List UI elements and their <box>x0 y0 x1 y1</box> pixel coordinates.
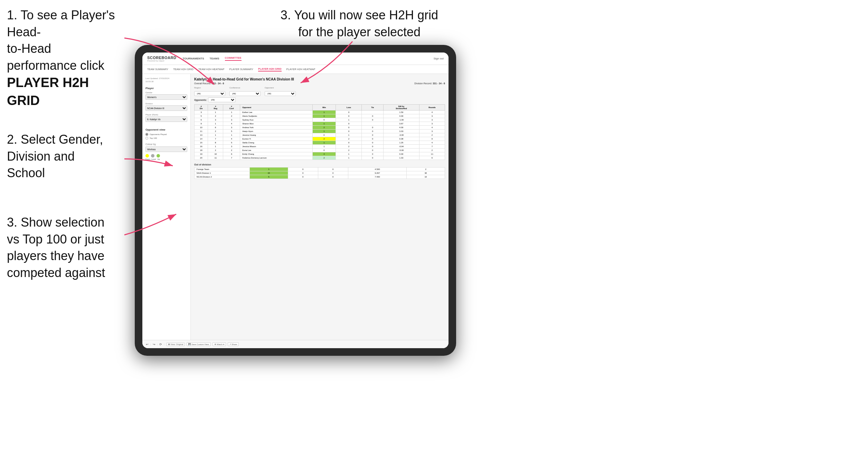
th-conf: #Conf <box>223 105 240 111</box>
gender-dropdown[interactable]: Women's Men's <box>145 94 187 100</box>
division-label: Division <box>145 103 187 105</box>
colour-by-section: Colour by Win/loss Down Level Up <box>145 143 187 160</box>
radio-top100-label: Top 100 <box>150 137 157 139</box>
radio-top100[interactable]: Top 100 <box>145 137 187 140</box>
separator3: | <box>164 343 164 345</box>
sign-out[interactable]: Sign out <box>434 57 444 60</box>
filter-opponent-label: Opponent <box>265 87 296 89</box>
table-row: 6 3 3 Sydney Kuo 0 1 0 -1.00 3 <box>195 118 445 122</box>
tablet-screen: SCOREBOARD Powered by clippd TOURNAMENTS… <box>142 53 449 348</box>
logo-area: SCOREBOARD Powered by clippd <box>147 56 176 62</box>
watch-btn[interactable]: 👁 Watch ▾ <box>213 342 226 346</box>
separator2: | <box>157 343 158 345</box>
content-area: Last Updated: 27/03/202416:55:38 Player … <box>142 74 449 340</box>
table-row: 13 1 1 Jessica Huang 0 1 0 -3.00 2 <box>195 133 445 137</box>
ood-table-row: NCAA Division 2 5 0 0 7.400 10 <box>195 175 445 179</box>
reset-btn[interactable]: ⟳ <box>159 343 162 346</box>
filter-group-region: Region (All) <box>194 87 225 96</box>
view-original-btn[interactable]: 🖥 View: Original <box>166 343 185 346</box>
gender-label: Gender <box>145 92 187 94</box>
table-row: 5 2 2 Alexis Sudjianto 1 0 0 4.00 3 <box>195 114 445 118</box>
instruction-step2: 2. Select Gender, Division and School <box>7 131 117 182</box>
division-dropdown[interactable]: NCAA Division III NCAA Division I NCAA D… <box>145 105 187 111</box>
legend-up-dot <box>157 154 160 158</box>
ood-table: Foreign Team 1 0 0 4.500 2 NAIA Division… <box>194 167 445 179</box>
table-row: 3 1 1 Esther Lee 1 0 1.50 4 <box>195 111 445 114</box>
ood-table-row: Foreign Team 1 0 0 4.500 2 <box>195 168 445 171</box>
out-of-division-label: Out of division <box>194 163 445 166</box>
th-loss: Loss <box>336 105 362 111</box>
filter-region-label: Region <box>194 87 225 89</box>
filter-region-dropdown[interactable]: (All) <box>194 91 225 96</box>
save-custom-btn[interactable]: 💾 Save Custom View <box>187 342 210 346</box>
table-row: 15 8 5 Stella Cheng 1 0 0 1.25 4 <box>195 141 445 145</box>
player-section-title: Player <box>145 87 187 90</box>
ood-table-row: NAIA Division 1 15 0 0 9.267 30 <box>195 171 445 175</box>
sub-nav: TEAM SUMMARY TEAM H2H GRID TEAM H2H HEAT… <box>142 65 449 74</box>
overall-record: Overall Record: 353 - 34 - 6 <box>194 82 224 85</box>
colour-by-dropdown[interactable]: Win/loss <box>145 146 187 152</box>
legend-level-dot <box>151 154 154 158</box>
logo-sub: Powered by clippd <box>147 60 176 62</box>
legend-down-label: Down <box>145 158 149 160</box>
th-reg: #Reg <box>208 105 223 111</box>
sub-nav-player-h2h-grid[interactable]: PLAYER H2H GRID <box>258 67 282 72</box>
th-div: #Div <box>195 105 208 111</box>
legend-up-label: Up <box>157 158 160 160</box>
table-row: 14 7 4 Eunice Yi 2 2 0 0.38 9 <box>195 137 445 141</box>
filter-section: Region (All) Conference (All) <box>194 87 445 102</box>
undo-btn[interactable]: ↩ <box>146 343 149 346</box>
radio-opponents-label: Opponents Played <box>150 133 167 135</box>
instruction-step3a: 3. You will now see H2H grid for the pla… <box>263 7 456 40</box>
sub-nav-player-summary[interactable]: PLAYER SUMMARY <box>229 68 253 71</box>
filter-group-conference: Conference (All) <box>229 87 261 96</box>
legend-down-dot <box>145 154 149 158</box>
filter-conference-dropdown[interactable]: (All) <box>229 91 261 96</box>
nav-teams[interactable]: TEAMS <box>210 57 219 60</box>
nav-tournaments[interactable]: TOURNAMENTS <box>182 57 204 60</box>
table-row: 11 2 5 Heejo Hyun 1 0 0 3.33 3 <box>195 130 445 133</box>
instruction-step3b: 3. Show selection vs Top 100 or just pla… <box>7 214 117 281</box>
redo-btn[interactable]: ↪ <box>153 343 155 346</box>
record-row: Overall Record: 353 - 34 - 6 Division Re… <box>194 82 445 85</box>
th-rounds: Rounds <box>419 105 445 111</box>
app-header: SCOREBOARD Powered by clippd TOURNAMENTS… <box>142 53 449 65</box>
colour-legend <box>145 154 187 158</box>
timestamp: Last Updated: 27/03/202416:55:38 <box>145 77 187 83</box>
filter-opponent-dropdown[interactable]: (All) <box>265 91 296 96</box>
table-row: 10 6 3 Andrea York 2 0 0 4.00 4 <box>195 126 445 130</box>
nav-committee[interactable]: COMMITTEE <box>225 56 242 61</box>
th-opponent: Opponent <box>240 105 312 111</box>
tablet-device: SCOREBOARD Powered by clippd TOURNAMENTS… <box>135 45 456 356</box>
radio-opponents-played[interactable]: Opponents Played <box>145 133 187 136</box>
instruction-step1: 1. To see a Player's Head- to-Head perfo… <box>7 7 124 109</box>
h2h-table: #Div #Reg #Conf Opponent Win Loss Tie Di… <box>194 104 445 160</box>
opponent-view-section: Opponent view Opponents Played Top 100 <box>145 128 187 140</box>
th-diff: Diff AvStrokes/Rnd <box>383 105 419 111</box>
table-row: 16 1 3 Jessica Mason 1 2 0 -0.94 7 <box>195 145 445 149</box>
sub-nav-team-h2h-grid[interactable]: TEAM H2H GRID <box>173 68 194 71</box>
legend-level-label: Level <box>151 158 155 160</box>
opponents-filter-dropdown[interactable]: (All) <box>208 97 236 102</box>
player-rank-label: Player (Rank) <box>145 114 187 116</box>
th-tie: Tie <box>362 105 383 111</box>
bottom-toolbar: ↩ | ↪ | ⟳ | 🖥 View: Original 💾 Save Cust… <box>142 340 449 348</box>
th-win: Win <box>312 105 336 111</box>
share-btn[interactable]: ↗ Share <box>228 342 239 346</box>
filter-group-opponent: Opponent (All) <box>265 87 296 96</box>
table-row: 9 1 4 Sharon Mun 1 0 3.67 3 <box>195 122 445 126</box>
player-rank-dropdown[interactable]: 8. Katelyn Vo <box>145 116 187 122</box>
filter-conference-label: Conference <box>229 87 261 89</box>
division-record: Division Record: 331 - 34 - 6 <box>414 82 445 85</box>
separator1: | <box>150 343 151 345</box>
left-panel: Last Updated: 27/03/202416:55:38 Player … <box>142 74 191 340</box>
sub-nav-team-summary[interactable]: TEAM SUMMARY <box>147 68 168 71</box>
opponent-view-title: Opponent view <box>145 128 187 131</box>
main-panel: Katelyn Vo Head-to-Head Grid for Women's… <box>191 74 449 340</box>
opponents-label: Opponents: <box>194 99 207 101</box>
main-nav: TOURNAMENTS TEAMS COMMITTEE <box>182 56 433 61</box>
logo-text: SCOREBOARD <box>147 56 176 60</box>
sub-nav-team-h2h-heatmap[interactable]: TEAM H2H HEATMAP <box>198 68 225 71</box>
colour-by-title: Colour by <box>145 143 187 145</box>
sub-nav-player-h2h-heatmap[interactable]: PLAYER H2H HEATMAP <box>286 68 315 71</box>
